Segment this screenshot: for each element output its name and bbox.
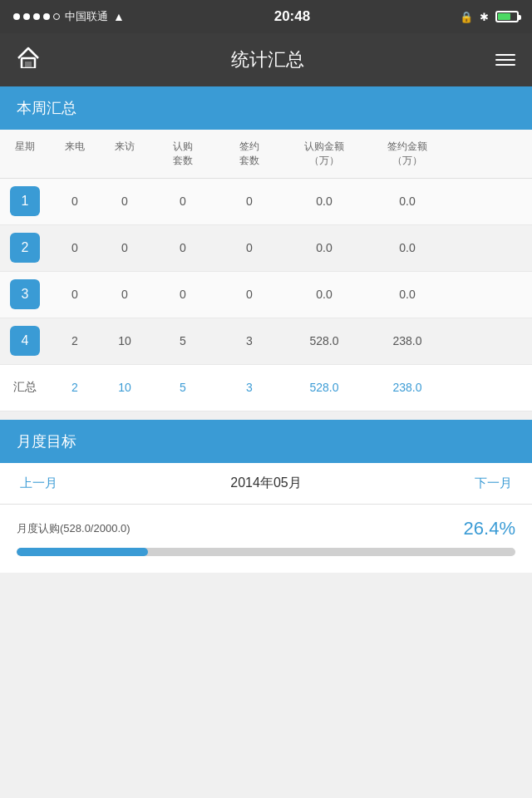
home-icon[interactable] <box>17 47 40 74</box>
sign-amount-cell: 0.0 <box>366 234 449 261</box>
month-target-header: 月度目标 <box>0 420 532 463</box>
table-row: 3 0 0 0 0 0.0 0.0 <box>0 272 532 318</box>
menu-icon[interactable] <box>495 54 515 66</box>
week-summary-title: 本周汇总 <box>17 100 76 116</box>
sign-amount-cell: 0.0 <box>366 188 449 214</box>
col-visits: 来访 <box>100 138 150 170</box>
month-target-section: 月度目标 上一月 2014年05月 下一月 月度认购(528.0/2000.0)… <box>0 420 532 573</box>
total-sign-units: 3 <box>216 374 283 401</box>
battery-fill <box>498 13 510 20</box>
col-weekday: 星期 <box>0 138 50 170</box>
status-bar: 中国联通 ▲ 20:48 🔒 ✱ <box>0 0 532 33</box>
visits-cell: 10 <box>100 328 150 354</box>
sub-amount-cell: 0.0 <box>283 281 366 308</box>
total-sub-units: 5 <box>150 374 216 401</box>
col-sub-units: 认购套数 <box>150 138 216 170</box>
next-month-button[interactable]: 下一月 <box>475 475 512 491</box>
signal-dots <box>13 13 60 20</box>
sub-units-cell: 0 <box>150 188 216 214</box>
day-cell: 2 <box>0 226 50 269</box>
progress-bar-background <box>17 548 515 556</box>
progress-percent: 26.4% <box>464 518 515 539</box>
sub-amount-cell: 528.0 <box>283 328 366 354</box>
day-badge: 2 <box>10 233 40 263</box>
col-sign-units: 签约套数 <box>216 138 283 170</box>
sign-units-cell: 0 <box>216 188 283 214</box>
sign-units-cell: 3 <box>216 328 283 354</box>
month-navigation: 上一月 2014年05月 下一月 <box>0 463 532 505</box>
progress-label-row: 月度认购(528.0/2000.0) 26.4% <box>17 518 515 539</box>
dot4 <box>43 13 50 20</box>
table-header: 星期 来电 来访 认购套数 签约套数 认购金额（万） 签约金额（万） <box>0 130 532 179</box>
carrier-label: 中国联通 <box>65 9 108 24</box>
status-time: 20:48 <box>274 8 310 25</box>
prev-month-button[interactable]: 上一月 <box>20 475 57 491</box>
current-month-label: 2014年05月 <box>230 475 301 492</box>
progress-section: 月度认购(528.0/2000.0) 26.4% <box>0 505 532 573</box>
month-target-title: 月度目标 <box>17 433 76 450</box>
week-summary-header: 本周汇总 <box>0 86 532 130</box>
total-visits: 10 <box>100 374 150 401</box>
sign-units-cell: 0 <box>216 281 283 308</box>
status-left: 中国联通 ▲ <box>13 9 125 24</box>
table-row: 1 0 0 0 0 0.0 0.0 <box>0 179 532 225</box>
day-cell: 1 <box>0 180 50 223</box>
progress-bar-fill <box>17 548 148 556</box>
col-sign-amount: 签约金额（万） <box>366 138 449 170</box>
calls-cell: 0 <box>50 281 100 308</box>
day-cell: 3 <box>0 273 50 316</box>
total-calls: 2 <box>50 374 100 401</box>
col-calls: 来电 <box>50 138 100 170</box>
dot3 <box>33 13 40 20</box>
sign-units-cell: 0 <box>216 234 283 261</box>
bluetooth-icon: ✱ <box>480 11 489 23</box>
dot1 <box>13 13 20 20</box>
calls-cell: 0 <box>50 234 100 261</box>
calls-cell: 2 <box>50 328 100 354</box>
totals-row: 汇总 2 10 5 3 528.0 238.0 <box>0 365 532 411</box>
sign-amount-cell: 0.0 <box>366 281 449 308</box>
dot2 <box>23 13 30 20</box>
weekly-table: 星期 来电 来访 认购套数 签约套数 认购金额（万） 签约金额（万） 1 0 0… <box>0 130 532 411</box>
day-badge: 3 <box>10 279 40 309</box>
lock-icon: 🔒 <box>460 11 473 23</box>
total-sign-amount: 238.0 <box>366 374 449 401</box>
day-badge: 1 <box>10 186 40 216</box>
table-row: 4 2 10 5 3 528.0 238.0 <box>0 318 532 365</box>
table-row: 2 0 0 0 0 0.0 0.0 <box>0 225 532 272</box>
visits-cell: 0 <box>100 234 150 261</box>
sub-amount-cell: 0.0 <box>283 188 366 214</box>
status-right: 🔒 ✱ <box>460 11 519 23</box>
page-title: 统计汇总 <box>231 47 304 72</box>
sub-amount-cell: 0.0 <box>283 234 366 261</box>
day-badge: 4 <box>10 326 40 356</box>
visits-cell: 0 <box>100 281 150 308</box>
sub-units-cell: 5 <box>150 328 216 354</box>
nav-bar: 统计汇总 <box>0 33 532 86</box>
sub-units-cell: 0 <box>150 281 216 308</box>
progress-label: 月度认购(528.0/2000.0) <box>17 521 131 536</box>
wifi-icon: ▲ <box>113 10 125 23</box>
calls-cell: 0 <box>50 188 100 214</box>
col-sub-amount: 认购金额（万） <box>283 138 366 170</box>
total-label: 汇总 <box>0 373 50 401</box>
svg-rect-1 <box>25 62 32 68</box>
dot5 <box>53 13 60 20</box>
visits-cell: 0 <box>100 188 150 214</box>
battery-indicator <box>495 11 519 22</box>
total-sub-amount: 528.0 <box>283 374 366 401</box>
sub-units-cell: 0 <box>150 234 216 261</box>
sign-amount-cell: 238.0 <box>366 328 449 354</box>
day-cell: 4 <box>0 319 50 362</box>
